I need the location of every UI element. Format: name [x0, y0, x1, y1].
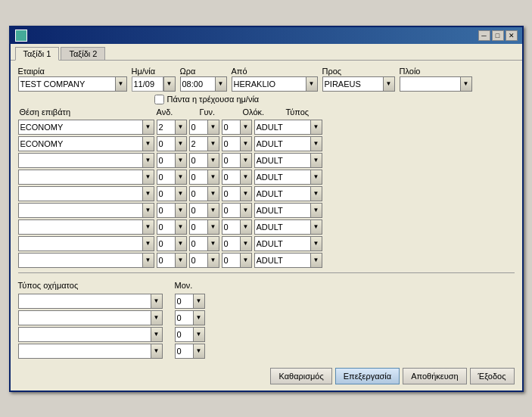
total-db-6[interactable]: ▼ — [240, 219, 252, 235]
women-db-7[interactable]: ▼ — [207, 236, 219, 251]
women-dropdown-btn-0[interactable]: ▼ — [207, 120, 219, 135]
type-select-0[interactable]: ADULT — [254, 120, 310, 135]
vehicle-db-2[interactable]: ▼ — [151, 327, 163, 342]
seat-s-6[interactable] — [18, 219, 142, 235]
mon-db-0[interactable]: ▼ — [193, 294, 205, 309]
total-dropdown-btn-0[interactable]: ▼ — [240, 120, 252, 135]
ship-dropdown-btn[interactable]: ▼ — [460, 76, 472, 92]
total-select-1[interactable]: 0 — [222, 136, 240, 151]
women-select-1[interactable]: 2 — [189, 136, 207, 151]
total-dropdown-btn-1[interactable]: ▼ — [240, 136, 252, 151]
seat-db-6[interactable]: ▼ — [142, 219, 154, 235]
men-select-0[interactable]: 2 — [157, 120, 175, 135]
company-dropdown-btn[interactable]: ▼ — [115, 76, 127, 92]
men-s-7[interactable]: 0 — [157, 236, 175, 251]
men-s-4[interactable]: 0 — [157, 186, 175, 201]
men-select-1[interactable]: 0 — [157, 136, 175, 151]
women-db-3[interactable]: ▼ — [207, 170, 219, 185]
type-s-8[interactable]: ADULT — [254, 253, 310, 268]
total-s-7[interactable]: 0 — [222, 236, 240, 251]
seat-s-8[interactable] — [18, 253, 142, 268]
vehicle-s-2[interactable] — [18, 327, 151, 342]
total-db-4[interactable]: ▼ — [240, 186, 252, 201]
type-s-3[interactable]: ADULT — [254, 170, 310, 185]
date-input[interactable] — [132, 76, 163, 92]
vehicle-db-1[interactable]: ▼ — [151, 310, 163, 325]
type-db-6[interactable]: ▼ — [310, 219, 322, 235]
mon-s-1[interactable]: 0 — [175, 310, 193, 325]
type-db-4[interactable]: ▼ — [310, 186, 322, 201]
women-s-3[interactable]: 0 — [189, 170, 207, 185]
type-db-7[interactable]: ▼ — [310, 236, 322, 251]
vehicle-s-3[interactable] — [18, 344, 151, 359]
women-db-8[interactable]: ▼ — [207, 253, 219, 268]
total-db-8[interactable]: ▼ — [240, 253, 252, 268]
total-s-5[interactable]: 0 — [222, 203, 240, 218]
mon-s-2[interactable]: 0 — [175, 327, 193, 342]
type-db-8[interactable]: ▼ — [310, 253, 322, 268]
seat-dropdown-btn-2[interactable]: ▼ — [142, 153, 154, 168]
men-s-5[interactable]: 0 — [157, 203, 175, 218]
from-select[interactable]: HERAKLIO — [232, 76, 306, 92]
women-db-4[interactable]: ▼ — [207, 186, 219, 201]
women-s-4[interactable]: 0 — [189, 186, 207, 201]
men-s-3[interactable]: 0 — [157, 170, 175, 185]
total-select-0[interactable]: 0 — [222, 120, 240, 135]
women-db-5[interactable]: ▼ — [207, 203, 219, 218]
clear-button[interactable]: Καθαρισμός — [270, 368, 331, 384]
total-s-2[interactable]: 0 — [222, 153, 240, 168]
to-dropdown-btn[interactable]: ▼ — [383, 76, 395, 92]
time-dropdown-btn[interactable]: ▼ — [215, 76, 227, 92]
women-dropdown-btn-1[interactable]: ▼ — [207, 136, 219, 151]
women-db-2[interactable]: ▼ — [207, 153, 219, 168]
men-db-7[interactable]: ▼ — [175, 236, 187, 251]
vehicle-s-0[interactable] — [18, 294, 151, 309]
women-s-7[interactable]: 0 — [189, 236, 207, 251]
men-dropdown-btn-0[interactable]: ▼ — [175, 120, 187, 135]
total-s-6[interactable]: 0 — [222, 219, 240, 235]
close-button[interactable]: ✕ — [506, 30, 518, 41]
seat-db-8[interactable]: ▼ — [142, 253, 154, 268]
men-s-6[interactable]: 0 — [157, 219, 175, 235]
to-select[interactable]: PIRAEUS — [322, 76, 383, 92]
save-button[interactable]: Αποθήκευση — [403, 368, 466, 384]
women-s-6[interactable]: 0 — [189, 219, 207, 235]
seat-s-7[interactable] — [18, 236, 142, 251]
seat-select-2[interactable] — [18, 153, 142, 168]
type-select-1[interactable]: ADULT — [254, 136, 310, 151]
minimize-button[interactable]: ─ — [478, 30, 490, 41]
women-s-2[interactable]: 0 — [189, 153, 207, 168]
date-dropdown-btn[interactable]: ▼ — [163, 76, 176, 92]
from-dropdown-btn[interactable]: ▼ — [306, 76, 318, 92]
edit-button[interactable]: Επεξεργασία — [335, 368, 400, 384]
men-s-2[interactable]: 0 — [157, 153, 175, 168]
vehicle-db-3[interactable]: ▼ — [151, 344, 163, 359]
type-s-7[interactable]: ADULT — [254, 236, 310, 251]
women-db-6[interactable]: ▼ — [207, 219, 219, 235]
time-select[interactable]: 08:00 — [180, 76, 215, 92]
type-dropdown-btn-1[interactable]: ▼ — [310, 136, 322, 151]
seat-db-5[interactable]: ▼ — [142, 203, 154, 218]
company-select[interactable]: TEST COMPANY — [18, 76, 115, 92]
men-db-6[interactable]: ▼ — [175, 219, 187, 235]
seat-dropdown-btn-1[interactable]: ▼ — [142, 136, 154, 151]
total-s-3[interactable]: 0 — [222, 170, 240, 185]
tab-trip1[interactable]: Ταξίδι 1 — [15, 47, 60, 61]
type-s-4[interactable]: ADULT — [254, 186, 310, 201]
type-db-2[interactable]: ▼ — [310, 153, 322, 168]
type-s-5[interactable]: ADULT — [254, 203, 310, 218]
tab-trip2[interactable]: Ταξίδι 2 — [61, 47, 105, 60]
men-db-8[interactable]: ▼ — [175, 253, 187, 268]
type-s-6[interactable]: ADULT — [254, 219, 310, 235]
total-db-3[interactable]: ▼ — [240, 170, 252, 185]
maximize-button[interactable]: □ — [492, 30, 504, 41]
men-db-5[interactable]: ▼ — [175, 203, 187, 218]
women-select-0[interactable]: 0 — [189, 120, 207, 135]
mon-db-1[interactable]: ▼ — [193, 310, 205, 325]
seat-db-4[interactable]: ▼ — [142, 186, 154, 201]
men-db-3[interactable]: ▼ — [175, 170, 187, 185]
total-db-7[interactable]: ▼ — [240, 236, 252, 251]
seat-s-5[interactable] — [18, 203, 142, 218]
mon-s-0[interactable]: 0 — [175, 294, 193, 309]
seat-s-4[interactable] — [18, 186, 142, 201]
